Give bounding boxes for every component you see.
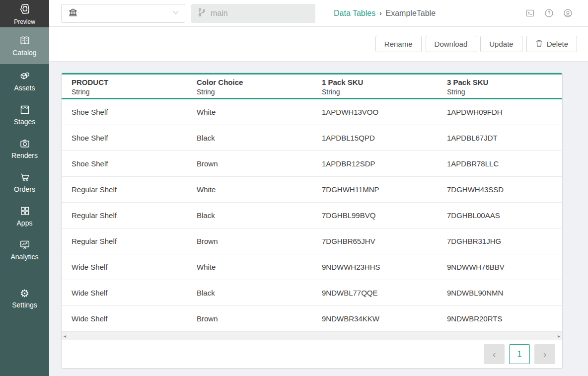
table-cell: Black	[187, 211, 312, 220]
chevron-down-icon	[172, 8, 180, 18]
branch-name: main	[211, 9, 228, 18]
previous-page-button[interactable]: ‹	[484, 344, 505, 364]
table-cell: White	[187, 108, 312, 116]
scroll-right-icon[interactable]: ▸	[558, 334, 560, 339]
update-button[interactable]: Update	[480, 36, 522, 52]
column-header-1-pack-sku[interactable]: 1 Pack SKU String	[312, 75, 437, 98]
download-button[interactable]: Download	[426, 36, 477, 52]
breadcrumb-parent-link[interactable]: Data Tables	[334, 9, 375, 18]
rename-button[interactable]: Rename	[375, 36, 422, 52]
table-row[interactable]: Shoe Shelf Brown 1APDBR12SDP 1APDBR78LLC	[62, 151, 562, 177]
sidebar-item-label: Orders	[14, 185, 35, 193]
table-body: Shoe Shelf White 1APDWH13VOO 1APDWH09FDH…	[62, 99, 562, 332]
table-cell: 9NDWBR34KKW	[312, 314, 437, 323]
chart-icon	[19, 239, 31, 250]
table-cell: 7DGHWH11MNP	[312, 185, 437, 194]
table-cell: 9NDWBR20RTS	[437, 314, 562, 323]
sidebar-item-label: Stages	[14, 118, 36, 126]
sidebar-logo[interactable]: Preview	[0, 0, 49, 27]
table-row[interactable]: Regular Shelf Brown 7DGHBR65JHV 7DGHBR31…	[62, 228, 562, 254]
sidebar-item-label: Assets	[14, 84, 35, 92]
table-cell: 1APDWH09FDH	[437, 108, 562, 116]
sidebar-item-label: Apps	[17, 219, 33, 227]
table-cell: Regular Shelf	[62, 185, 187, 194]
org-select[interactable]	[61, 4, 185, 23]
next-page-button[interactable]: ›	[534, 344, 555, 364]
table-row[interactable]: Regular Shelf White 7DGHWH11MNP 7DGHWH43…	[62, 177, 562, 203]
logo-label: Preview	[14, 18, 35, 25]
table-cell: 7DGHWH43SSD	[437, 185, 562, 194]
sidebar-item-settings[interactable]: ⚙ Settings	[0, 282, 49, 315]
table-cell: White	[187, 185, 312, 194]
table-cell: Wide Shelf	[62, 289, 187, 297]
table-cell: 9NDWWH76BBV	[437, 263, 562, 271]
table-row[interactable]: Regular Shelf Black 7DGHBL99BVQ 7DGHBL00…	[62, 203, 562, 228]
box-icon	[19, 71, 31, 81]
sidebar-item-analytics[interactable]: Analytics	[0, 233, 49, 267]
table-cell: 9NDWWH23HHS	[312, 263, 437, 271]
trash-icon	[535, 39, 543, 49]
sidebar-item-catalog[interactable]: Catalog	[0, 27, 49, 64]
table-cell: Brown	[187, 159, 312, 168]
breadcrumb-current: ExampleTable	[386, 9, 436, 18]
horizontal-scrollbar[interactable]: ◂ ▸	[62, 332, 562, 340]
book-icon	[19, 35, 31, 46]
sidebar-item-stages[interactable]: Stages	[0, 98, 49, 132]
terminal-icon[interactable]	[525, 8, 535, 18]
table-cell: 1APDBR78LLC	[437, 159, 562, 168]
table-row[interactable]: Wide Shelf Black 9NDWBL77QQE 9NDWBL90NMN	[62, 280, 562, 306]
table-cell: 9NDWBL90NMN	[437, 289, 562, 297]
scroll-left-icon[interactable]: ◂	[64, 334, 66, 339]
table-cell: 1APDBL67JDT	[437, 134, 562, 142]
sidebar-item-label: Catalog	[12, 49, 36, 57]
content-area: PRODUCT String Color Choice String 1 Pac…	[49, 62, 588, 376]
table-cell: Wide Shelf	[62, 263, 187, 271]
camera-icon	[19, 138, 31, 149]
cart-icon	[19, 172, 31, 183]
stage-icon	[19, 104, 31, 115]
table-cell: 7DGHBR31JHG	[437, 237, 562, 245]
breadcrumb: Data Tables › ExampleTable	[334, 9, 436, 18]
app-logo-icon	[18, 2, 31, 17]
table-row[interactable]: Shoe Shelf Black 1APDBL15QPD 1APDBL67JDT	[62, 125, 562, 151]
column-header-3-pack-sku[interactable]: 3 Pack SKU String	[437, 75, 562, 98]
table-cell: Black	[187, 134, 312, 142]
table-row[interactable]: Wide Shelf Brown 9NDWBR34KKW 9NDWBR20RTS	[62, 306, 562, 332]
sidebar-item-renders[interactable]: Renders	[0, 132, 49, 165]
sidebar: Preview Catalog	[0, 0, 49, 376]
pagination: ‹ 1 ›	[62, 340, 562, 368]
table-cell: 1APDWH13VOO	[312, 108, 437, 116]
sidebar-item-label: Renders	[11, 151, 38, 159]
sidebar-item-label: Analytics	[10, 253, 38, 261]
data-table-panel: PRODUCT String Color Choice String 1 Pac…	[61, 73, 563, 369]
bank-icon	[68, 7, 78, 20]
current-page-button[interactable]: 1	[509, 344, 530, 364]
table-cell: Regular Shelf	[62, 237, 187, 245]
grid-icon	[19, 206, 31, 217]
app-window: Preview Catalog	[0, 0, 588, 376]
column-header-product[interactable]: PRODUCT String	[62, 75, 187, 98]
table-cell: 7DGHBL99BVQ	[312, 211, 437, 220]
breadcrumb-separator: ›	[379, 9, 381, 17]
sidebar-item-apps[interactable]: Apps	[0, 199, 49, 233]
table-header: PRODUCT String Color Choice String 1 Pac…	[62, 73, 562, 99]
table-cell: 1APDBL15QPD	[312, 134, 437, 142]
column-header-color-choice[interactable]: Color Choice String	[187, 75, 312, 98]
table-cell: White	[187, 263, 312, 271]
table-row[interactable]: Wide Shelf White 9NDWWH23HHS 9NDWWH76BBV	[62, 254, 562, 280]
sidebar-item-label: Settings	[12, 301, 37, 309]
table-cell: Shoe Shelf	[62, 108, 187, 116]
delete-button[interactable]: Delete	[526, 36, 577, 52]
table-cell: 7DGHBL00AAS	[437, 211, 562, 220]
table-row[interactable]: Shoe Shelf White 1APDWH13VOO 1APDWH09FDH	[62, 99, 562, 125]
sidebar-item-orders[interactable]: Orders	[0, 165, 49, 199]
gear-icon: ⚙	[20, 288, 29, 299]
git-branch-icon	[197, 7, 206, 19]
help-icon[interactable]	[544, 8, 554, 18]
table-cell: 1APDBR12SDP	[312, 159, 437, 168]
branch-select[interactable]: main	[191, 4, 315, 23]
table-cell: Regular Shelf	[62, 211, 187, 220]
sidebar-item-assets[interactable]: Assets	[0, 64, 49, 98]
account-icon[interactable]	[563, 8, 573, 18]
table-cell: Shoe Shelf	[62, 134, 187, 142]
